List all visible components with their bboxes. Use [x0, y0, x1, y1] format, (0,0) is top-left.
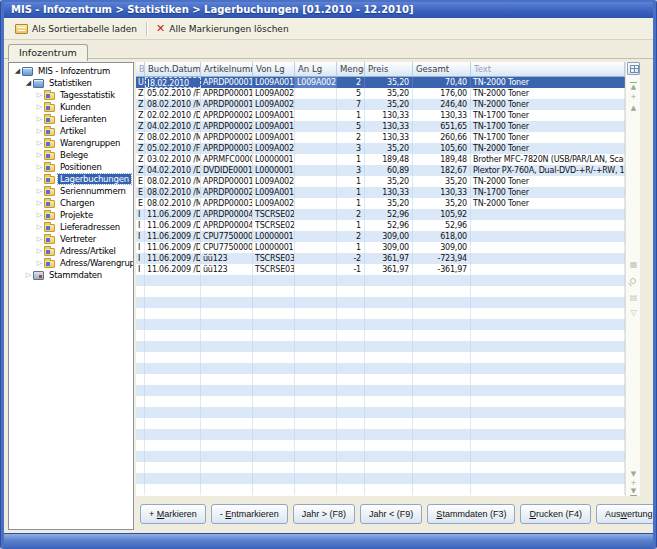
scroll-to-top-icon[interactable]: ▲ [630, 82, 637, 91]
cell-artikel [201, 440, 253, 451]
table-row[interactable]: Z08.02.2010 /MoAPRDP00002L009A0012130,33… [136, 132, 640, 143]
cell-von: L0000001 [253, 231, 295, 242]
cell-b [136, 275, 145, 286]
tree-item-stammdaten[interactable]: ▷Stammdaten [9, 269, 133, 281]
tree-item-adress-warengruppen[interactable]: ▷Adress/Warengruppen [9, 257, 133, 269]
table-row[interactable]: I11.06.2009 /Doüü123TSCRSE03-2361,97-723… [136, 253, 640, 264]
tree-item-vertreter[interactable]: ▷Vertreter [9, 233, 133, 245]
tree-item-belege[interactable]: ▷Belege [9, 149, 133, 161]
scroll-plus-down-icon[interactable]: + [626, 479, 641, 487]
table-row[interactable]: I11.06.2009 /DoCPU77500007L00000011309,0… [136, 242, 640, 253]
expand-arrow-icon[interactable]: ▷ [35, 139, 44, 148]
table-row[interactable]: Z03.02.2010 /MiAPRMFC00001L00000011189,4… [136, 154, 640, 165]
folder-icon [44, 164, 55, 172]
column-chooser-button[interactable] [627, 62, 640, 75]
collapse-arrow-icon[interactable]: ◢ [13, 67, 22, 76]
tree-item-positionen[interactable]: ▷Positionen [9, 161, 133, 173]
expand-arrow-icon[interactable]: ▷ [35, 91, 44, 100]
expand-arrow-icon[interactable]: ▷ [35, 103, 44, 112]
tree-item-tagesstatistik[interactable]: ▷Tagesstatistik [9, 89, 133, 101]
column-header-b[interactable]: B [136, 62, 145, 77]
scroll-to-bottom-icon[interactable]: ▼ [630, 487, 637, 496]
grid-scrollbar[interactable]: ▲ + ▲ ▦ ▤ ▽ ▼ + ▼ [625, 62, 640, 496]
tree-item-lagerbuchungen[interactable]: ▷Lagerbuchungen [9, 173, 133, 185]
search-icon[interactable] [630, 278, 636, 284]
markieren-button[interactable]: + Markieren [140, 504, 206, 524]
list-view-icon[interactable]: ▤ [628, 293, 639, 303]
tree-item-adress-artikel[interactable]: ▷Adress/Artikel [9, 245, 133, 257]
tree-item-chargen[interactable]: ▷Chargen [9, 197, 133, 209]
tree-item-mis-infozentrum[interactable]: ◢MIS - Infozentrum [9, 65, 133, 77]
expand-arrow-icon[interactable]: ▷ [35, 151, 44, 160]
expand-arrow-icon[interactable]: ▷ [35, 247, 44, 256]
column-header-text[interactable]: Text [471, 62, 625, 77]
expand-arrow-icon[interactable]: ▷ [35, 211, 44, 220]
tree-item-lieferanten[interactable]: ▷Lieferanten [9, 113, 133, 125]
column-header-menge[interactable]: Menge [337, 62, 365, 77]
load-as-sort-table-button[interactable]: Als Sortiertabelle laden [9, 22, 143, 36]
table-row[interactable]: I11.06.2009 /DoAPRDP00004TSCRSE02152,965… [136, 220, 640, 231]
column-header-datum[interactable]: Buch.Datum [145, 62, 201, 77]
cell-gesamt: -361,97 [413, 264, 471, 275]
table-row[interactable]: Z08.02.2010 /MoAPRDP00001L009A002735,202… [136, 99, 640, 110]
expand-arrow-icon[interactable]: ▷ [35, 175, 44, 184]
cell-an [295, 242, 337, 253]
clear-all-marks-button[interactable]: ✕ Alle Markierungen löschen [150, 21, 295, 36]
folder-icon [44, 176, 55, 184]
tree-item-statistiken[interactable]: ◢Statistiken [9, 77, 133, 89]
expand-arrow-icon[interactable]: ▷ [35, 199, 44, 208]
table-row[interactable]: Z04.02.2010 /DoAPRDP00002L009A0015130,33… [136, 121, 640, 132]
table-row[interactable]: E08.02.2010 /MoAPRDP00002L009A0011130,33… [136, 187, 640, 198]
expand-arrow-icon[interactable]: ▷ [35, 163, 44, 172]
tree-item-warengruppen[interactable]: ▷Warengruppen [9, 137, 133, 149]
expand-arrow-icon[interactable]: ▷ [24, 271, 33, 280]
column-header-gesamt[interactable]: Gesamt [413, 62, 471, 77]
cell-gesamt: -723,94 [413, 253, 471, 264]
cell-artikel [201, 352, 253, 363]
auswertung-button[interactable]: Auswertung (Return) [596, 504, 657, 524]
cell-artikel: DVDIDE00016 [201, 165, 253, 176]
column-header-artikel[interactable]: Artikelnummer [201, 62, 253, 77]
table-row[interactable]: U8.02.2010APRDP00001L009A001L009A002235,… [136, 77, 640, 88]
table-row[interactable]: I11.06.2009 /Doüü123TSCRSE03-1361,97-361… [136, 264, 640, 275]
expand-arrow-icon[interactable]: ▷ [35, 115, 44, 124]
filter-icon[interactable]: ▽ [628, 308, 639, 318]
tree-item-kunden[interactable]: ▷Kunden [9, 101, 133, 113]
grid-view-icon[interactable]: ▦ [628, 260, 639, 270]
cell-an [295, 319, 337, 330]
cell-b: Z [136, 165, 145, 176]
expand-arrow-icon[interactable]: ▷ [35, 187, 44, 196]
jahr-vor-button[interactable]: Jahr > (F8) [293, 504, 355, 524]
tab-infozentrum[interactable]: Infozentrum [8, 44, 88, 61]
jahr-zurueck-button[interactable]: Jahr < (F9) [360, 504, 422, 524]
table-row[interactable]: E08.02.2010 /MoAPRDP00001L009A002135,203… [136, 176, 640, 187]
table-row[interactable]: Z02.02.2010 /DiAPRDP00002L009A0011130,33… [136, 110, 640, 121]
cell-preis: 52,96 [365, 220, 413, 231]
expand-arrow-icon[interactable]: ▷ [35, 223, 44, 232]
column-header-von[interactable]: Von Lg [253, 62, 295, 77]
table-row[interactable]: Z05.02.2010 /FrAPRDP00003L009A002335,201… [136, 143, 640, 154]
table-row[interactable]: Z05.02.2010 /FrAPRDP00001L009A002535,201… [136, 88, 640, 99]
scroll-up-icon[interactable]: ▲ [626, 104, 641, 112]
column-header-an[interactable]: An Lg [295, 62, 337, 77]
tree-item-projekte[interactable]: ▷Projekte [9, 209, 133, 221]
tree-item-seriennummern[interactable]: ▷Seriennummern [9, 185, 133, 197]
expand-arrow-icon[interactable]: ▷ [35, 259, 44, 268]
cell-datum: 11.06.2009 /Do [145, 264, 201, 275]
collapse-arrow-icon[interactable]: ◢ [24, 79, 33, 88]
table-row[interactable]: Z04.02.2010 /DoDVDIDE00016L0000001360,89… [136, 165, 640, 176]
cell-datum [145, 275, 201, 286]
expand-arrow-icon[interactable]: ▷ [35, 127, 44, 136]
scroll-plus-up-icon[interactable]: + [626, 93, 641, 101]
table-row[interactable]: I11.06.2009 /DoAPRDP00004TSCRSE02252,961… [136, 209, 640, 220]
scroll-down-icon[interactable]: ▼ [626, 470, 641, 478]
expand-arrow-icon[interactable]: ▷ [35, 235, 44, 244]
column-header-preis[interactable]: Preis [365, 62, 413, 77]
tree-item-artikel[interactable]: ▷Artikel [9, 125, 133, 137]
table-row[interactable]: I11.06.2009 /DoCPU77500007L00000012309,0… [136, 231, 640, 242]
drucken-button[interactable]: Drucken (F4) [520, 504, 591, 524]
table-row[interactable]: E08.02.2010 /MoAPRDP00003L009A002135,203… [136, 198, 640, 209]
tree-item-lieferadressen[interactable]: ▷Lieferadressen [9, 221, 133, 233]
stammdaten-button[interactable]: Stammdaten (F3) [427, 504, 515, 524]
entmarkieren-button[interactable]: - Entmarkieren [211, 504, 288, 524]
